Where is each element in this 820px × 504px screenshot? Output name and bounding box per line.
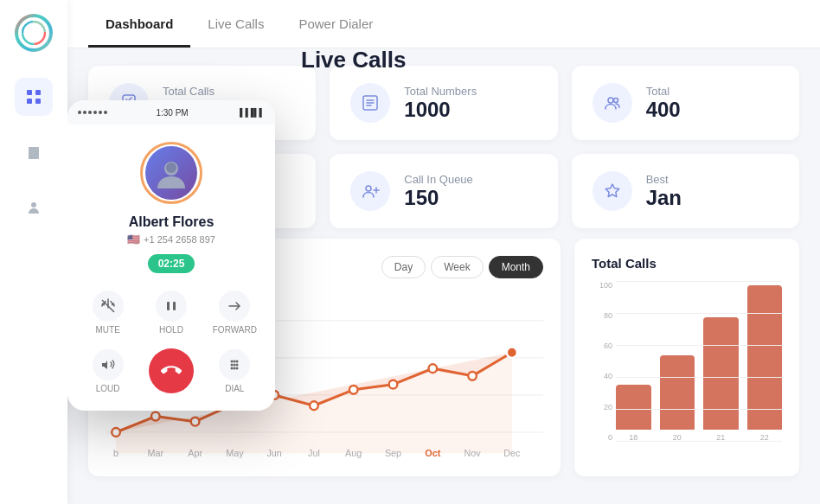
flag-icon: 🇺🇸 <box>127 233 140 246</box>
total-label: Total <box>646 85 681 98</box>
bar-22-fill <box>747 285 783 430</box>
sidebar-item-dashboard[interactable] <box>15 78 53 116</box>
best-text: Best Jan <box>646 173 682 210</box>
phone-avatar-ring <box>140 142 202 204</box>
svg-point-25 <box>191 418 200 426</box>
loud-label: LOUD <box>96 384 120 393</box>
bar-22-label: 22 <box>760 433 769 442</box>
bar-chart-title: Total Calls <box>592 256 782 271</box>
total-calls-label: Total Calls <box>163 85 215 98</box>
y-label-0: 0 <box>608 433 612 442</box>
phone-status-bar: 1:30 PM ▐▐▐▌▌ <box>67 100 275 124</box>
dial-icon <box>219 349 250 380</box>
content-area: Live Calls Total Calls 600 Total Numbers… <box>67 48 820 504</box>
filter-month[interactable]: Month <box>489 256 543 278</box>
hold-control[interactable]: HOLD <box>144 290 197 335</box>
phone-controls-2: LOUD <box>81 348 261 393</box>
sidebar-item-contacts[interactable] <box>15 188 53 226</box>
end-call-button[interactable] <box>149 348 194 393</box>
bars-container: 18 20 21 <box>616 281 782 459</box>
svg-rect-13 <box>32 155 35 159</box>
caller-name: Albert Flores <box>81 214 261 230</box>
svg-point-46 <box>166 163 176 173</box>
svg-text:Aug: Aug <box>345 448 362 458</box>
stat-card-best: Best Jan <box>572 154 799 228</box>
phone-battery: ▐▐▐▌▌ <box>237 108 265 117</box>
y-label-80: 80 <box>604 311 612 320</box>
phone-avatar-wrap <box>81 142 261 204</box>
phone-avatar <box>145 146 197 200</box>
signal-dots <box>78 111 107 114</box>
y-axis: 100 80 60 40 20 0 <box>592 281 612 459</box>
svg-point-29 <box>349 386 358 394</box>
stat-card-call-queue: Call In Queue 150 <box>330 154 557 228</box>
total-numbers-icon <box>350 83 390 123</box>
hold-icon <box>156 290 187 322</box>
phone-overlay: 1:30 PM ▐▐▐▌▌ <box>67 100 275 411</box>
y-label-40: 40 <box>604 372 612 380</box>
svg-text:Sep: Sep <box>385 448 401 458</box>
dial-control[interactable]: DIAL <box>208 349 261 393</box>
dot-1 <box>78 111 81 114</box>
svg-text:Nov: Nov <box>464 448 481 458</box>
loud-icon <box>93 349 124 380</box>
total-value: 400 <box>646 98 681 122</box>
page-title: Live Calls <box>301 48 406 73</box>
tab-dashboard[interactable]: Dashboard <box>88 3 190 48</box>
svg-point-31 <box>428 364 437 373</box>
svg-rect-9 <box>31 150 33 151</box>
bar-18-label: 18 <box>629 433 637 442</box>
dot-3 <box>88 111 92 114</box>
bar-chart-area: 100 80 60 40 20 0 <box>592 281 782 459</box>
svg-point-55 <box>236 363 239 366</box>
svg-rect-7 <box>35 99 41 104</box>
stat-card-total: Total 400 <box>572 66 799 140</box>
filter-week[interactable]: Week <box>431 256 483 278</box>
mute-label: MUTE <box>95 325 119 335</box>
logo-inner <box>18 17 49 48</box>
sidebar <box>0 0 67 504</box>
call-queue-label: Call In Queue <box>404 173 473 186</box>
main-content: Dashboard Live Calls Power Dialer Live C… <box>67 0 820 504</box>
sidebar-item-building[interactable] <box>15 133 53 171</box>
dot-4 <box>93 111 97 114</box>
call-queue-icon <box>350 171 390 211</box>
tab-live-calls[interactable]: Live Calls <box>190 3 281 48</box>
y-label-100: 100 <box>599 281 612 290</box>
bar-20-label: 20 <box>673 433 682 442</box>
svg-point-50 <box>231 360 234 362</box>
svg-rect-6 <box>27 99 32 104</box>
logo <box>15 14 53 52</box>
svg-point-17 <box>613 99 618 103</box>
y-label-60: 60 <box>604 341 612 350</box>
svg-point-57 <box>234 367 236 369</box>
svg-rect-11 <box>31 153 33 155</box>
bar-22: 22 <box>747 281 783 442</box>
hold-label: HOLD <box>159 325 183 335</box>
tab-bar: Dashboard Live Calls Power Dialer <box>67 0 820 48</box>
loud-control[interactable]: LOUD <box>81 349 134 393</box>
call-queue-text: Call In Queue 150 <box>404 173 473 210</box>
dot-2 <box>83 111 86 114</box>
svg-text:Mar: Mar <box>148 448 164 458</box>
mute-control[interactable]: MUTE <box>81 290 134 335</box>
svg-point-53 <box>231 363 234 366</box>
filter-day[interactable]: Day <box>381 256 426 278</box>
svg-point-18 <box>366 186 371 191</box>
tab-power-dialer[interactable]: Power Dialer <box>281 3 390 48</box>
svg-text:Dec: Dec <box>503 448 521 458</box>
svg-text:b: b <box>113 448 119 458</box>
svg-text:Apr: Apr <box>188 448 202 458</box>
phone-time: 1:30 PM <box>156 108 188 118</box>
svg-rect-48 <box>167 302 170 310</box>
svg-point-33 <box>507 348 517 358</box>
best-label: Best <box>646 173 682 186</box>
forward-control[interactable]: FORWARD <box>208 290 261 335</box>
svg-point-58 <box>236 367 239 369</box>
dot-6 <box>104 111 107 114</box>
svg-point-32 <box>468 372 477 380</box>
svg-text:May: May <box>226 448 244 458</box>
total-numbers-text: Total Numbers 1000 <box>404 85 477 122</box>
svg-rect-5 <box>35 90 41 95</box>
dot-5 <box>99 111 102 114</box>
